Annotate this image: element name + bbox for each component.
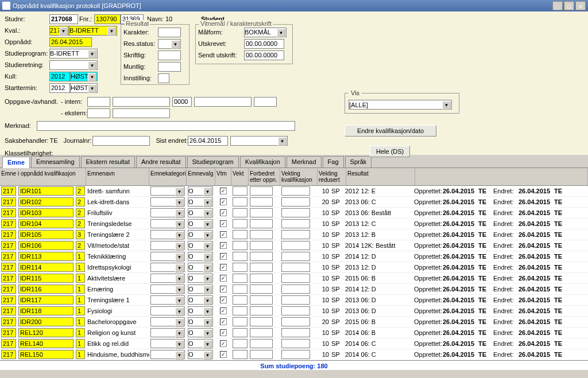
row-vekting-kvalif-input[interactable] [281,230,310,239]
row-forbedret-input[interactable] [250,306,273,315]
row-vekt-input[interactable] [233,241,247,250]
row-vekting-kvalif-input[interactable] [281,252,310,261]
intern2-input[interactable] [113,97,170,107]
row-vekt-input[interactable] [233,295,247,305]
kval-code-select[interactable]: 217 [49,26,69,36]
row-emnekategori-select[interactable] [150,252,185,261]
row-emnevalg-select[interactable]: O [188,350,213,359]
karakter-input[interactable] [158,28,181,37]
row-vtm-checkbox[interactable]: ✓ [220,220,227,227]
sistendret-select[interactable] [230,136,288,146]
row-vtm-checkbox[interactable]: ✓ [220,351,227,358]
row-code3-input[interactable] [76,274,85,283]
row-emnevalg-select[interactable]: O [188,339,213,348]
row-code3-input[interactable] [76,263,85,272]
row-vtm-checkbox[interactable]: ✓ [220,340,227,347]
row-vekt-input[interactable] [233,285,247,294]
row-code2-input[interactable] [18,339,74,348]
row-vtm-checkbox[interactable]: ✓ [220,231,227,238]
row-vekting-kvalif-input[interactable] [281,350,310,359]
row-vekting-kvalif-input[interactable] [281,219,310,228]
row-emnevalg-select[interactable]: O [188,252,213,261]
intern1-input[interactable] [87,97,110,107]
row-vtm-checkbox[interactable]: ✓ [220,188,227,194]
row-code1-input[interactable] [1,306,16,315]
row-code1-input[interactable] [1,197,16,206]
row-forbedret-input[interactable] [250,219,273,228]
ekstern2-input[interactable] [113,108,170,118]
row-emnekategori-select[interactable] [150,274,185,283]
row-code3-input[interactable] [76,306,85,315]
row-forbedret-input[interactable] [250,208,273,217]
row-vekting-kvalif-input[interactable] [281,339,310,348]
row-emnevalg-select[interactable]: O [188,274,213,283]
studnr-input[interactable] [49,14,78,24]
row-code3-input[interactable] [76,186,85,196]
row-code2-input[interactable] [18,186,74,196]
row-code1-input[interactable] [1,219,16,228]
studieprogram-select[interactable]: B-IDRETT [49,49,98,59]
row-code3-input[interactable] [76,285,85,294]
endre-kvalifikasjon-button[interactable]: Endre kvalifikasjon/dato [345,125,436,137]
row-emnekategori-select[interactable] [150,263,185,272]
sendtutskrift-input[interactable] [244,50,284,60]
row-vtm-checkbox[interactable]: ✓ [220,297,227,303]
row-vekting-kvalif-input[interactable] [281,306,310,315]
row-code1-input[interactable] [1,317,16,326]
row-code3-input[interactable] [76,230,85,239]
row-code3-input[interactable] [76,219,85,228]
row-vekt-input[interactable] [233,328,247,337]
row-code3-input[interactable] [76,339,85,348]
row-vekt-input[interactable] [233,219,247,228]
row-forbedret-input[interactable] [250,230,273,239]
row-code2-input[interactable] [18,295,74,305]
row-vekt-input[interactable] [233,306,247,315]
row-forbedret-input[interactable] [250,197,273,206]
hele-ds-button[interactable]: Hele (DS) [370,146,410,157]
row-code1-input[interactable] [1,339,16,348]
row-emnevalg-select[interactable]: O [188,306,213,315]
row-emnevalg-select[interactable]: O [188,208,213,217]
start-sem-select[interactable]: HØST [70,83,98,93]
row-code1-input[interactable] [1,252,16,261]
row-emnekategori-select[interactable] [150,197,185,206]
maximize-button[interactable]: □ [564,1,574,10]
minimize-button[interactable]: _ [552,1,563,10]
intern4-input[interactable] [194,97,252,107]
row-emnekategori-select[interactable] [150,285,185,294]
maalform-select[interactable]: BOKMÅL [244,28,287,37]
close-button[interactable]: ✕ [575,1,586,10]
row-vekting-kvalif-input[interactable] [281,197,310,206]
row-vtm-checkbox[interactable]: ✓ [220,253,227,260]
row-emnekategori-select[interactable] [150,328,185,337]
row-vtm-checkbox[interactable]: ✓ [220,209,227,216]
row-vekting-kvalif-input[interactable] [281,208,310,217]
muntlig-input[interactable] [158,62,181,72]
resstatus-select[interactable] [158,39,181,49]
row-vekting-kvalif-input[interactable] [281,317,310,326]
row-emnekategori-select[interactable] [150,350,185,359]
row-code3-input[interactable] [76,208,85,217]
row-code1-input[interactable] [1,274,16,283]
row-code1-input[interactable] [1,241,16,250]
kull-year-input[interactable] [49,72,70,81]
row-code2-input[interactable] [18,263,74,272]
journalnr-input[interactable] [92,136,150,146]
row-forbedret-input[interactable] [250,328,273,337]
row-vekt-input[interactable] [233,317,247,326]
row-vtm-checkbox[interactable]: ✓ [220,198,227,205]
row-code2-input[interactable] [18,328,74,337]
row-vekt-input[interactable] [233,339,247,348]
row-vekt-input[interactable] [233,197,247,206]
studieretning-select[interactable] [49,60,98,70]
row-code1-input[interactable] [1,186,16,196]
row-forbedret-input[interactable] [250,241,273,250]
row-vekt-input[interactable] [233,350,247,359]
merknad-input[interactable] [37,121,295,131]
kull-sem-select[interactable]: HØST [70,72,98,81]
row-code3-input[interactable] [76,252,85,261]
row-vekting-kvalif-input[interactable] [281,285,310,294]
row-emnekategori-select[interactable] [150,295,185,305]
row-forbedret-input[interactable] [250,252,273,261]
row-emnekategori-select[interactable] [150,241,185,250]
